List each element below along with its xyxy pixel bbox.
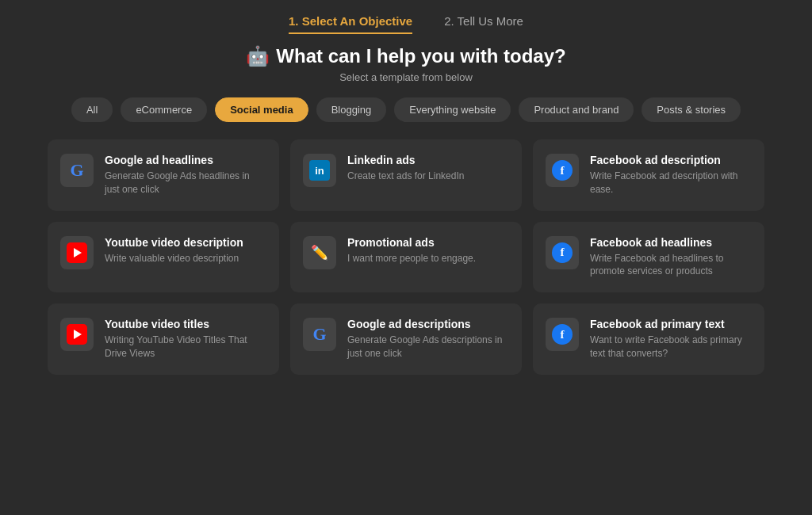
filter-posts-stories[interactable]: Posts & stories [642, 97, 741, 122]
page-title-text: What can I help you with today? [276, 45, 565, 67]
filter-all[interactable]: All [71, 97, 113, 122]
card-title: Promotional ads [347, 236, 508, 249]
card-icon-facebook: f [546, 236, 579, 269]
card-icon-google: G [303, 318, 336, 351]
card-youtube-video-titles[interactable]: Youtube video titles Writing YouTube Vid… [48, 303, 279, 375]
filter-everything-website[interactable]: Everything website [394, 97, 511, 122]
filter-blogging[interactable]: Blogging [316, 97, 387, 122]
card-facebook-ad-description[interactable]: f Facebook ad description Write Facebook… [533, 139, 764, 211]
filter-ecommerce[interactable]: eCommerce [121, 97, 207, 122]
card-title: Facebook ad description [590, 154, 750, 166]
filter-pills: All eCommerce Social media Blogging Ever… [71, 97, 741, 122]
cards-grid: G Google ad headlines Generate Google Ad… [48, 139, 764, 375]
filter-product-and-brand[interactable]: Product and brand [519, 97, 634, 122]
card-icon-linkedin: in [303, 154, 336, 187]
card-desc: Write Facebook ad description with ease. [590, 170, 750, 196]
card-icon-facebook: f [546, 154, 579, 187]
card-facebook-ad-primary-text[interactable]: f Facebook ad primary text Want to write… [533, 303, 764, 375]
card-icon-pencil: ✏️ [303, 236, 336, 269]
card-title: Youtube video titles [105, 318, 265, 330]
card-desc: Generate Google Ads headlines in just on… [105, 170, 265, 196]
filter-social-media[interactable]: Social media [215, 97, 308, 122]
card-facebook-ad-headlines[interactable]: f Facebook ad headlines Write Facebook a… [533, 222, 764, 293]
card-desc: Write valuable video description [105, 252, 265, 265]
card-title: Google ad headlines [105, 154, 265, 166]
page-title: 🤖 What can I help you with today? [246, 45, 565, 67]
tab-select-objective[interactable]: 1. Select An Objective [289, 14, 412, 34]
card-icon-youtube [60, 318, 94, 351]
card-desc: Writing YouTube Video Titles That Drive … [105, 334, 265, 360]
card-desc: Want to write Facebook ads primary text … [590, 334, 750, 360]
card-title: Facebook ad headlines [590, 236, 750, 249]
card-icon-facebook: f [546, 318, 579, 351]
top-tabs: 1. Select An Objective 2. Tell Us More [289, 0, 523, 45]
card-linkedin-ads[interactable]: in Linkedin ads Create text ads for Link… [290, 139, 522, 211]
card-google-ad-headlines[interactable]: G Google ad headlines Generate Google Ad… [48, 139, 279, 211]
card-youtube-video-description[interactable]: Youtube video description Write valuable… [48, 222, 279, 293]
card-title: Linkedin ads [347, 154, 508, 166]
tab-tell-us-more[interactable]: 2. Tell Us More [444, 14, 523, 34]
card-title: Facebook ad primary text [590, 318, 750, 330]
card-desc: Write Facebook ad headlines to promote s… [590, 252, 750, 279]
robot-icon: 🤖 [246, 45, 270, 67]
card-title: Youtube video description [105, 236, 265, 249]
card-desc: I want more people to engage. [347, 252, 508, 265]
card-icon-youtube [60, 236, 94, 269]
card-desc: Generate Google Ads descriptions in just… [347, 334, 508, 360]
page-header: 🤖 What can I help you with today? Select… [246, 45, 565, 83]
card-google-ad-descriptions[interactable]: G Google ad descriptions Generate Google… [290, 303, 522, 375]
card-title: Google ad descriptions [347, 318, 508, 330]
page-subtitle: Select a template from below [246, 71, 565, 83]
card-promotional-ads[interactable]: ✏️ Promotional ads I want more people to… [290, 222, 522, 293]
card-icon-google: G [60, 154, 94, 187]
card-desc: Create text ads for LinkedIn [347, 170, 508, 183]
